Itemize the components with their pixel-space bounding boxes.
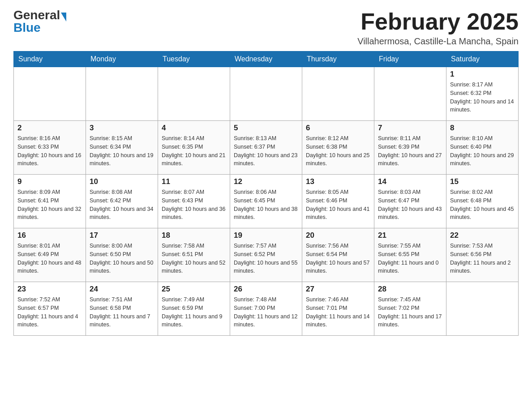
calendar-cell [446, 282, 519, 336]
calendar-cell: 18Sunrise: 7:58 AMSunset: 6:51 PMDayligh… [158, 228, 230, 282]
calendar-cell: 28Sunrise: 7:45 AMSunset: 7:02 PMDayligh… [374, 282, 446, 336]
title-area: February 2025 Villahermosa, Castille-La … [357, 9, 519, 47]
day-number: 2 [17, 124, 82, 133]
day-info: Sunrise: 8:17 AMSunset: 6:32 PMDaylight:… [450, 81, 515, 114]
calendar-cell: 7Sunrise: 8:11 AMSunset: 6:39 PMDaylight… [374, 121, 446, 175]
day-info: Sunrise: 8:10 AMSunset: 6:40 PMDaylight:… [450, 134, 515, 168]
calendar-cell: 27Sunrise: 7:46 AMSunset: 7:01 PMDayligh… [302, 282, 374, 336]
day-number: 23 [17, 285, 82, 294]
calendar-week-row: 9Sunrise: 8:09 AMSunset: 6:41 PMDaylight… [14, 175, 519, 228]
calendar-cell: 5Sunrise: 8:13 AMSunset: 6:37 PMDaylight… [230, 121, 302, 175]
day-info: Sunrise: 8:03 AMSunset: 6:47 PMDaylight:… [378, 188, 442, 222]
calendar-cell: 12Sunrise: 8:06 AMSunset: 6:45 PMDayligh… [230, 175, 302, 228]
day-info: Sunrise: 8:06 AMSunset: 6:45 PMDaylight:… [234, 188, 298, 222]
calendar-cell [302, 67, 374, 121]
day-info: Sunrise: 8:15 AMSunset: 6:34 PMDaylight:… [90, 134, 154, 168]
calendar-cell: 22Sunrise: 7:53 AMSunset: 6:56 PMDayligh… [446, 228, 519, 282]
day-number: 21 [378, 231, 442, 240]
calendar-week-row: 16Sunrise: 8:01 AMSunset: 6:49 PMDayligh… [14, 228, 519, 282]
calendar-cell: 21Sunrise: 7:55 AMSunset: 6:55 PMDayligh… [374, 228, 446, 282]
day-number: 18 [162, 231, 226, 240]
day-info: Sunrise: 7:55 AMSunset: 6:55 PMDaylight:… [378, 242, 442, 275]
calendar-cell: 25Sunrise: 7:49 AMSunset: 6:59 PMDayligh… [158, 282, 230, 336]
weekday-header-sunday: Sunday [14, 51, 86, 67]
day-info: Sunrise: 8:01 AMSunset: 6:49 PMDaylight:… [17, 242, 82, 275]
weekday-header-saturday: Saturday [446, 51, 519, 67]
day-number: 8 [450, 124, 515, 133]
day-info: Sunrise: 8:07 AMSunset: 6:43 PMDaylight:… [162, 188, 226, 222]
calendar-cell: 13Sunrise: 8:05 AMSunset: 6:46 PMDayligh… [302, 175, 374, 228]
day-number: 25 [162, 285, 226, 294]
day-number: 24 [90, 285, 154, 294]
day-info: Sunrise: 7:46 AMSunset: 7:01 PMDaylight:… [306, 295, 370, 329]
day-info: Sunrise: 8:16 AMSunset: 6:33 PMDaylight:… [17, 134, 82, 168]
day-number: 14 [378, 177, 442, 186]
calendar-cell: 20Sunrise: 7:56 AMSunset: 6:54 PMDayligh… [302, 228, 374, 282]
day-number: 11 [162, 177, 226, 186]
calendar-cell: 15Sunrise: 8:02 AMSunset: 6:48 PMDayligh… [446, 175, 519, 228]
day-number: 20 [306, 231, 370, 240]
calendar-cell: 1Sunrise: 8:17 AMSunset: 6:32 PMDaylight… [446, 67, 519, 121]
day-info: Sunrise: 8:05 AMSunset: 6:46 PMDaylight:… [306, 188, 370, 222]
day-info: Sunrise: 7:51 AMSunset: 6:58 PMDaylight:… [90, 295, 154, 329]
day-number: 15 [450, 177, 515, 186]
day-info: Sunrise: 8:02 AMSunset: 6:48 PMDaylight:… [450, 188, 515, 222]
location-subtitle: Villahermosa, Castille-La Mancha, Spain [357, 36, 519, 47]
calendar-cell: 14Sunrise: 8:03 AMSunset: 6:47 PMDayligh… [374, 175, 446, 228]
calendar-cell: 10Sunrise: 8:08 AMSunset: 6:42 PMDayligh… [86, 175, 158, 228]
day-info: Sunrise: 8:11 AMSunset: 6:39 PMDaylight:… [378, 134, 442, 168]
day-number: 16 [17, 231, 82, 240]
day-info: Sunrise: 7:49 AMSunset: 6:59 PMDaylight:… [162, 295, 226, 329]
day-number: 4 [162, 124, 226, 133]
day-number: 22 [450, 231, 515, 240]
day-info: Sunrise: 7:53 AMSunset: 6:56 PMDaylight:… [450, 242, 515, 275]
month-title: February 2025 [357, 9, 519, 34]
day-info: Sunrise: 8:00 AMSunset: 6:50 PMDaylight:… [90, 242, 154, 275]
day-info: Sunrise: 8:09 AMSunset: 6:41 PMDaylight:… [17, 188, 82, 222]
day-number: 19 [234, 231, 298, 240]
calendar-cell [14, 67, 86, 121]
day-number: 9 [17, 177, 82, 186]
calendar-cell: 24Sunrise: 7:51 AMSunset: 6:58 PMDayligh… [86, 282, 158, 336]
calendar-cell [158, 67, 230, 121]
day-info: Sunrise: 8:08 AMSunset: 6:42 PMDaylight:… [90, 188, 154, 222]
day-number: 1 [450, 70, 515, 79]
calendar-cell: 16Sunrise: 8:01 AMSunset: 6:49 PMDayligh… [14, 228, 86, 282]
day-info: Sunrise: 7:48 AMSunset: 7:00 PMDaylight:… [234, 295, 298, 329]
day-info: Sunrise: 8:14 AMSunset: 6:35 PMDaylight:… [162, 134, 226, 168]
calendar-cell [230, 67, 302, 121]
calendar-cell [86, 67, 158, 121]
weekday-header-tuesday: Tuesday [158, 51, 230, 67]
day-number: 28 [378, 285, 442, 294]
day-number: 17 [90, 231, 154, 240]
day-info: Sunrise: 8:13 AMSunset: 6:37 PMDaylight:… [234, 134, 298, 168]
calendar-cell [374, 67, 446, 121]
day-number: 13 [306, 177, 370, 186]
day-number: 6 [306, 124, 370, 133]
weekday-header-thursday: Thursday [302, 51, 374, 67]
weekday-header-friday: Friday [374, 51, 446, 67]
logo-general-text: General [13, 9, 60, 21]
day-number: 12 [234, 177, 298, 186]
calendar-cell: 4Sunrise: 8:14 AMSunset: 6:35 PMDaylight… [158, 121, 230, 175]
page-header: General Blue February 2025 Villahermosa,… [13, 9, 519, 47]
calendar-week-row: 23Sunrise: 7:52 AMSunset: 6:57 PMDayligh… [14, 282, 519, 336]
day-info: Sunrise: 7:56 AMSunset: 6:54 PMDaylight:… [306, 242, 370, 275]
day-info: Sunrise: 8:12 AMSunset: 6:38 PMDaylight:… [306, 134, 370, 168]
calendar-cell: 17Sunrise: 8:00 AMSunset: 6:50 PMDayligh… [86, 228, 158, 282]
day-number: 27 [306, 285, 370, 294]
calendar-header-row: SundayMondayTuesdayWednesdayThursdayFrid… [14, 51, 519, 67]
logo-blue-text: Blue [13, 21, 67, 34]
calendar-week-row: 1Sunrise: 8:17 AMSunset: 6:32 PMDaylight… [14, 67, 519, 121]
day-number: 7 [378, 124, 442, 133]
day-number: 26 [234, 285, 298, 294]
calendar-cell: 8Sunrise: 8:10 AMSunset: 6:40 PMDaylight… [446, 121, 519, 175]
weekday-header-monday: Monday [86, 51, 158, 67]
day-number: 10 [90, 177, 154, 186]
day-number: 3 [90, 124, 154, 133]
logo-triangle-icon [61, 13, 66, 21]
calendar-cell: 9Sunrise: 8:09 AMSunset: 6:41 PMDaylight… [14, 175, 86, 228]
day-info: Sunrise: 7:58 AMSunset: 6:51 PMDaylight:… [162, 242, 226, 275]
day-info: Sunrise: 7:57 AMSunset: 6:52 PMDaylight:… [234, 242, 298, 275]
calendar-week-row: 2Sunrise: 8:16 AMSunset: 6:33 PMDaylight… [14, 121, 519, 175]
